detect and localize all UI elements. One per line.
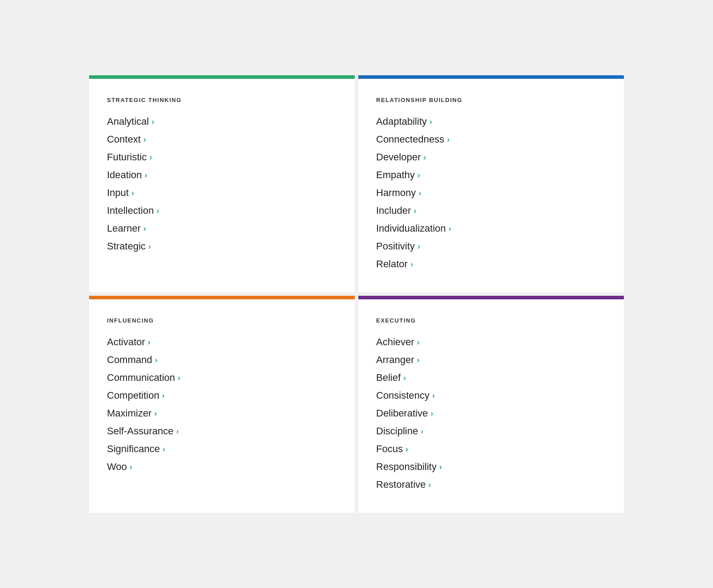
chevron-icon: › [154, 409, 157, 417]
list-item[interactable]: Deliberative› [376, 408, 606, 419]
chevron-icon: › [178, 374, 180, 382]
list-item[interactable]: Responsibility› [376, 461, 606, 473]
list-item[interactable]: Empathy› [376, 169, 606, 181]
list-item[interactable]: Command› [107, 354, 337, 366]
list-item[interactable]: Relator› [376, 258, 606, 270]
item-label: Focus [376, 443, 403, 455]
strategic-thinking-list: Analytical›Context›Futuristic›Ideation›I… [107, 116, 337, 252]
item-label: Responsibility [376, 461, 437, 473]
list-item[interactable]: Input› [107, 187, 337, 199]
list-item[interactable]: Context› [107, 134, 337, 145]
list-item[interactable]: Restorative› [376, 479, 606, 490]
item-label: Learner [107, 223, 141, 234]
item-label: Maximizer [107, 408, 152, 419]
chevron-icon: › [418, 189, 421, 197]
quadrant-executing: EXECUTINGAchiever›Arranger›Belief›Consis… [358, 296, 624, 513]
item-label: Woo [107, 461, 127, 473]
item-label: Connectedness [376, 134, 444, 145]
chevron-icon: › [410, 260, 413, 268]
chevron-icon: › [430, 409, 433, 417]
chevron-icon: › [447, 135, 450, 143]
item-label: Belief [376, 372, 401, 384]
list-item[interactable]: Strategic› [107, 241, 337, 252]
item-label: Empathy [376, 169, 415, 181]
list-item[interactable]: Achiever› [376, 336, 606, 348]
list-item[interactable]: Learner› [107, 223, 337, 234]
list-item[interactable]: Self-Assurance› [107, 425, 337, 437]
list-item[interactable]: Discipline› [376, 425, 606, 437]
chevron-icon: › [430, 118, 432, 126]
item-label: Includer [376, 205, 411, 216]
list-item[interactable]: Belief› [376, 372, 606, 384]
chevron-icon: › [148, 338, 151, 346]
list-item[interactable]: Developer› [376, 151, 606, 163]
chevron-icon: › [418, 171, 420, 179]
list-item[interactable]: Futuristic› [107, 151, 337, 163]
chevron-icon: › [417, 356, 420, 364]
item-label: Input [107, 187, 129, 199]
executing-title: EXECUTING [376, 317, 606, 324]
quadrant-strategic-thinking: STRATEGIC THINKINGAnalytical›Context›Fut… [89, 75, 355, 292]
item-label: Consistency [376, 390, 430, 401]
chevron-icon: › [423, 153, 426, 161]
relationship-building-list: Adaptability›Connectedness›Developer›Emp… [376, 116, 606, 270]
chevron-icon: › [449, 225, 451, 233]
chevron-icon: › [152, 118, 154, 126]
list-item[interactable]: Analytical› [107, 116, 337, 127]
chevron-icon: › [156, 207, 159, 215]
chevron-icon: › [176, 427, 179, 435]
list-item[interactable]: Consistency› [376, 390, 606, 401]
chevron-icon: › [432, 392, 435, 400]
list-item[interactable]: Ideation› [107, 169, 337, 181]
chevron-icon: › [131, 189, 134, 197]
item-label: Significance [107, 443, 160, 455]
chevron-icon: › [144, 171, 147, 179]
list-item[interactable]: Arranger› [376, 354, 606, 366]
list-item[interactable]: Activator› [107, 336, 337, 348]
list-item[interactable]: Harmony› [376, 187, 606, 199]
item-label: Ideation [107, 169, 142, 181]
item-label: Developer [376, 151, 421, 163]
list-item[interactable]: Maximizer› [107, 408, 337, 419]
item-label: Positivity [376, 241, 415, 252]
strategic-thinking-title: STRATEGIC THINKING [107, 97, 337, 103]
list-item[interactable]: Woo› [107, 461, 337, 473]
list-item[interactable]: Significance› [107, 443, 337, 455]
chevron-icon: › [148, 242, 151, 250]
quadrant-influencing: INFLUENCINGActivator›Command›Communicati… [89, 296, 355, 513]
item-label: Competition [107, 390, 159, 401]
relationship-building-title: RELATIONSHIP BUILDING [376, 97, 606, 103]
chevron-icon: › [130, 463, 132, 471]
item-label: Adaptability [376, 116, 427, 127]
item-label: Individualization [376, 223, 446, 234]
list-item[interactable]: Includer› [376, 205, 606, 216]
item-label: Command [107, 354, 152, 366]
quadrant-relationship-building: RELATIONSHIP BUILDINGAdaptability›Connec… [358, 75, 624, 292]
chevron-icon: › [403, 374, 406, 382]
list-item[interactable]: Communication› [107, 372, 337, 384]
influencing-title: INFLUENCING [107, 317, 337, 324]
item-label: Strategic [107, 241, 146, 252]
list-item[interactable]: Competition› [107, 390, 337, 401]
list-item[interactable]: Positivity› [376, 241, 606, 252]
list-item[interactable]: Focus› [376, 443, 606, 455]
chevron-icon: › [421, 427, 423, 435]
chevron-icon: › [155, 356, 157, 364]
item-label: Analytical [107, 116, 149, 127]
chevron-icon: › [143, 135, 146, 143]
item-label: Context [107, 134, 141, 145]
item-label: Arranger [376, 354, 414, 366]
chevron-icon: › [163, 445, 165, 453]
list-item[interactable]: Intellection› [107, 205, 337, 216]
chevron-icon: › [143, 225, 146, 233]
chevron-icon: › [428, 481, 431, 489]
list-item[interactable]: Connectedness› [376, 134, 606, 145]
item-label: Activator [107, 336, 145, 348]
list-item[interactable]: Adaptability› [376, 116, 606, 127]
chevron-icon: › [406, 445, 408, 453]
chevron-icon: › [417, 338, 420, 346]
main-grid: STRATEGIC THINKINGAnalytical›Context›Fut… [89, 75, 624, 513]
item-label: Deliberative [376, 408, 428, 419]
influencing-list: Activator›Command›Communication›Competit… [107, 336, 337, 473]
list-item[interactable]: Individualization› [376, 223, 606, 234]
